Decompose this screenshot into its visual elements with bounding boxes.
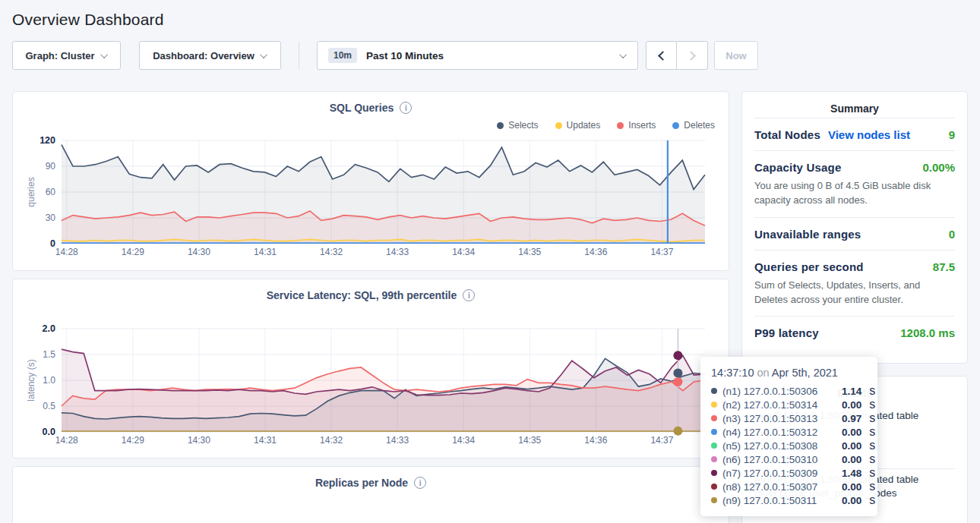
tooltip-row: (n2) 127.0.0.1:503140.00s: [711, 398, 867, 411]
tooltip-on: on: [757, 367, 769, 379]
time-next-button[interactable]: [677, 41, 708, 70]
crosshair-dot: [673, 377, 682, 386]
chart-title: SQL Queries: [330, 102, 394, 114]
chart-title: Replicas per Node: [315, 477, 408, 489]
summary-title: Summary: [754, 102, 955, 115]
chevron-down-icon: [100, 51, 108, 58]
now-button[interactable]: Now: [714, 41, 758, 70]
tooltip-node-unit: s: [869, 439, 875, 452]
x-tick-label: 14:32: [320, 435, 343, 446]
x-tick-label: 14:36: [584, 435, 607, 446]
time-prev-button[interactable]: [646, 41, 677, 70]
node-color-dot-icon: [711, 443, 717, 449]
tooltip-node-label: (n5) 127.0.0.1:50308: [722, 440, 836, 452]
legend-item-inserts[interactable]: Inserts: [617, 119, 656, 131]
toolbar-divider: [299, 42, 299, 69]
x-tick-label: 14:30: [188, 435, 210, 446]
info-icon[interactable]: i: [463, 289, 475, 301]
time-range-dropdown[interactable]: 10m Past 10 Minutes: [317, 41, 638, 70]
x-tick-label: 14:37: [650, 435, 673, 446]
tooltip-row: (n4) 127.0.0.1:503120.00s: [711, 425, 867, 439]
tooltip-row: (n3) 127.0.0.1:503130.97s: [711, 411, 867, 425]
service-latency-card: Service Latency: SQL, 99th percentile i …: [12, 279, 729, 458]
total-nodes-value: 9: [949, 128, 955, 141]
legend-item-updates[interactable]: Updates: [555, 119, 601, 131]
unavailable-value: 0: [949, 228, 955, 241]
view-nodes-list-link[interactable]: View nodes list: [828, 128, 910, 141]
x-tick-label: 14:35: [518, 247, 541, 257]
tooltip-node-value: 0.00: [842, 495, 861, 506]
tooltip-node-value: 1.48: [842, 468, 861, 479]
tooltip-node-label: (n1) 127.0.0.1:50306: [722, 386, 836, 397]
legend-item-selects[interactable]: Selects: [497, 119, 538, 131]
replicas-per-node-card: Replicas per Node i: [12, 466, 729, 523]
info-icon[interactable]: i: [414, 477, 426, 489]
y-tick-label: 90: [46, 161, 56, 172]
legend-label: Selects: [508, 120, 538, 131]
tooltip-node-value: 0.97: [842, 413, 861, 424]
tooltip-rows: (n1) 127.0.0.1:503061.14s(n2) 127.0.0.1:…: [711, 384, 867, 507]
tooltip-row: (n9) 127.0.0.1:503110.00s: [711, 493, 867, 507]
tooltip-node-unit: s: [869, 384, 875, 398]
x-tick-label: 14:36: [584, 247, 607, 257]
tooltip-row: (n1) 127.0.0.1:503061.14s: [711, 384, 867, 398]
y-axis-label: latency (s): [26, 359, 36, 401]
y-tick-label: 0.0: [43, 427, 55, 437]
chevron-left-icon: [658, 51, 668, 61]
tooltip-node-label: (n6) 127.0.0.1:50310: [722, 454, 836, 465]
y-tick-label: 30: [46, 213, 56, 223]
tooltip-node-unit: s: [869, 480, 875, 493]
service-latency-chart[interactable]: 14:2814:2914:3014:3114:3214:3314:3414:35…: [25, 321, 718, 455]
tooltip-node-unit: s: [869, 466, 875, 480]
sql-queries-legend: SelectsUpdatesInsertsDeletes: [25, 119, 716, 131]
tooltip-node-label: (n7) 127.0.0.1:50309: [722, 468, 836, 479]
node-color-dot-icon: [711, 497, 717, 503]
x-tick-label: 14:31: [254, 435, 277, 446]
unavailable-label: Unavailable ranges: [754, 228, 861, 241]
node-color-dot-icon: [711, 402, 717, 408]
time-range-label: Past 10 Minutes: [366, 50, 444, 61]
summary-row-qps: Queries per second 87.5 Sum of Selects, …: [754, 250, 955, 317]
node-color-dot-icon: [711, 429, 717, 435]
tooltip-node-value: 0.00: [842, 481, 861, 493]
tooltip-node-label: (n4) 127.0.0.1:50312: [722, 427, 836, 438]
page: { "page": { "title": "Overview Dashboard…: [0, 0, 980, 523]
legend-label: Updates: [567, 120, 601, 131]
tooltip-time: 14:37:10: [711, 367, 754, 379]
legend-dot-icon: [555, 122, 562, 129]
tooltip-timestamp: 14:37:10 on Apr 5th, 2021: [711, 367, 867, 379]
legend-item-deletes[interactable]: Deletes: [672, 119, 715, 131]
node-color-dot-icon: [711, 415, 717, 421]
x-tick-label: 14:34: [452, 247, 475, 257]
total-nodes-label: Total Nodes: [754, 128, 820, 141]
chart-tooltip: 14:37:10 on Apr 5th, 2021 (n1) 127.0.0.1…: [700, 357, 877, 516]
y-tick-label: 60: [46, 187, 56, 197]
dashboard-dropdown[interactable]: Dashboard: Overview: [139, 41, 281, 70]
x-tick-label: 14:29: [122, 247, 144, 257]
node-color-dot-icon: [711, 470, 717, 476]
node-color-dot-icon: [711, 456, 717, 462]
tooltip-node-unit: s: [869, 411, 875, 425]
tooltip-date: Apr 5th, 2021: [772, 367, 838, 379]
crosshair-dot: [673, 368, 682, 377]
y-tick-label: 2.0: [43, 323, 55, 334]
sql-queries-chart[interactable]: 14:2814:2914:3014:3114:3214:3314:3414:35…: [25, 133, 718, 266]
tooltip-node-label: (n9) 127.0.0.1:50311: [722, 495, 836, 506]
tooltip-node-unit: s: [869, 493, 875, 507]
tooltip-node-value: 0.00: [842, 427, 861, 438]
tooltip-node-unit: s: [869, 398, 875, 411]
graph-dropdown[interactable]: Graph: Cluster: [12, 41, 121, 70]
page-title: Overview Dashboard: [12, 11, 968, 29]
summary-row-p99: P99 latency 1208.0 ms: [754, 316, 955, 348]
legend-dot-icon: [617, 122, 624, 129]
tooltip-row: (n6) 127.0.0.1:503100.00s: [711, 452, 867, 466]
x-tick-label: 14:34: [452, 435, 475, 446]
info-icon[interactable]: i: [400, 102, 412, 114]
tooltip-node-value: 1.14: [842, 386, 861, 397]
x-tick-label: 14:35: [518, 435, 541, 446]
summary-row-unavailable: Unavailable ranges 0: [754, 217, 955, 250]
page-header: Overview Dashboard: [0, 0, 980, 29]
tooltip-node-value: 0.00: [842, 454, 861, 465]
x-tick-label: 14:33: [386, 247, 409, 257]
x-tick-label: 14:31: [254, 247, 277, 257]
